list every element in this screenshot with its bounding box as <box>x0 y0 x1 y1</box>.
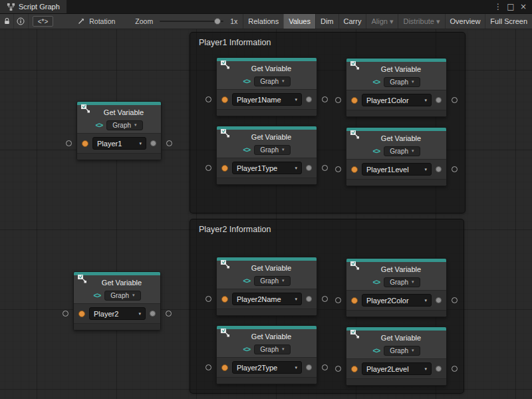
value-input-port[interactable] <box>221 96 228 103</box>
value-output-dot[interactable] <box>306 296 312 302</box>
input-connection-port[interactable] <box>205 296 211 302</box>
graph-dropdown[interactable]: Graph <box>384 346 420 356</box>
input-connection-port[interactable] <box>335 166 341 172</box>
output-connection-port[interactable] <box>322 364 328 370</box>
get-variable-node[interactable]: Get Variable <> Graph Player1Name <box>216 57 317 116</box>
input-connection-port[interactable] <box>205 364 211 370</box>
variable-dropdown[interactable]: Player1Name <box>232 93 302 106</box>
value-input-port[interactable] <box>351 297 358 304</box>
code-toggle-button[interactable]: <*> <box>33 16 54 27</box>
input-connection-port[interactable] <box>66 140 72 146</box>
distribute-dropdown-button[interactable]: Distribute ▾ <box>398 14 444 29</box>
value-input-port[interactable] <box>351 166 358 173</box>
get-variable-node[interactable]: Get Variable <> Graph Player2Level <box>346 327 447 386</box>
value-output-dot[interactable] <box>436 97 442 103</box>
output-connection-port[interactable] <box>452 297 458 303</box>
overview-button[interactable]: Overview <box>445 14 485 29</box>
close-icon[interactable]: × <box>517 1 529 13</box>
variable-dropdown[interactable]: Player1Color <box>362 94 432 106</box>
value-output-dot[interactable] <box>436 166 442 172</box>
node-port-row: Player1Type <box>217 158 317 178</box>
window-menu-icon[interactable]: ⋮ <box>492 1 504 13</box>
value-input-port[interactable] <box>221 165 228 172</box>
output-connection-port[interactable] <box>322 165 328 171</box>
input-connection-port[interactable] <box>205 165 211 171</box>
output-connection-port[interactable] <box>452 366 458 372</box>
align-dropdown-button[interactable]: Align ▾ <box>366 14 398 29</box>
output-connection-port[interactable] <box>166 140 172 146</box>
group-title[interactable]: Player2 Information <box>190 219 464 239</box>
value-output-dot[interactable] <box>150 311 156 317</box>
value-output-dot[interactable] <box>306 364 312 370</box>
graph-dropdown[interactable]: Graph <box>384 277 420 287</box>
graph-canvas[interactable]: Player1 Information Player2 Information … <box>0 29 532 399</box>
output-connection-port[interactable] <box>452 97 458 103</box>
full-screen-button[interactable]: Full Screen <box>485 14 532 29</box>
variable-dropdown[interactable]: Player1Type <box>232 162 302 174</box>
get-variable-node[interactable]: Get Variable <> Graph Player2Color <box>346 258 447 317</box>
input-connection-port[interactable] <box>335 97 341 103</box>
variable-icon <box>219 327 230 338</box>
get-variable-node[interactable]: Get Variable <> Graph Player1Color <box>346 58 447 117</box>
input-connection-port[interactable] <box>335 297 341 303</box>
value-output-dot[interactable] <box>436 366 442 372</box>
value-output-dot[interactable] <box>306 165 312 171</box>
dim-button[interactable]: Dim <box>315 14 338 29</box>
input-connection-port[interactable] <box>205 96 211 102</box>
variable-dropdown[interactable]: Player2Color <box>362 294 432 307</box>
graph-dropdown[interactable]: Graph <box>254 344 290 354</box>
get-variable-node[interactable]: Get Variable <> Graph Player1 <box>76 101 162 160</box>
value-output-dot[interactable] <box>306 96 312 102</box>
graph-dropdown[interactable]: Graph <box>254 276 290 286</box>
graph-dropdown[interactable]: Graph <box>104 291 140 301</box>
get-variable-node[interactable]: Get Variable <> Graph Player1Type <box>216 126 317 185</box>
graph-dropdown[interactable]: Graph <box>254 145 290 155</box>
output-connection-port[interactable] <box>452 166 458 172</box>
get-variable-node[interactable]: Get Variable <> Graph Player2 <box>73 271 161 331</box>
variable-dropdown[interactable]: Player2 <box>89 307 146 320</box>
value-input-port[interactable] <box>221 296 228 303</box>
lock-icon <box>3 17 11 25</box>
code-brackets-icon: <> <box>95 121 102 129</box>
info-button[interactable] <box>14 14 28 29</box>
node-title: Get Variable <box>381 134 421 142</box>
value-input-port[interactable] <box>221 364 228 371</box>
graph-dropdown[interactable]: Graph <box>384 77 420 87</box>
input-connection-port[interactable] <box>335 366 341 372</box>
node-port-row: Player2 <box>74 303 160 323</box>
graph-dropdown[interactable]: Graph <box>384 146 420 156</box>
get-variable-node[interactable]: Get Variable <> Graph Player1Level <box>346 127 447 186</box>
output-connection-port[interactable] <box>322 296 328 302</box>
variable-dropdown[interactable]: Player1 <box>92 137 146 150</box>
get-variable-node[interactable]: Get Variable <> Graph Player2Type <box>216 325 317 384</box>
zoom-slider[interactable] <box>160 21 223 22</box>
lock-button[interactable] <box>0 14 14 29</box>
variable-dropdown[interactable]: Player2Level <box>362 362 432 375</box>
variable-dropdown[interactable]: Player2Name <box>232 293 302 305</box>
relations-button[interactable]: Relations <box>243 14 283 29</box>
variable-dropdown[interactable]: Player1Level <box>362 163 432 176</box>
value-output-dot[interactable] <box>436 297 442 303</box>
output-connection-port[interactable] <box>166 311 172 317</box>
get-variable-node[interactable]: Get Variable <> Graph Player2Name <box>216 257 317 316</box>
value-input-port[interactable] <box>351 366 358 372</box>
value-input-port[interactable] <box>351 97 358 104</box>
variable-dropdown[interactable]: Player2Type <box>232 361 302 374</box>
value-output-dot[interactable] <box>150 140 156 146</box>
value-input-port[interactable] <box>82 140 88 147</box>
output-connection-port[interactable] <box>322 96 328 102</box>
zoom-slider-thumb[interactable] <box>214 18 221 25</box>
input-connection-port[interactable] <box>63 311 68 317</box>
maximize-icon[interactable]: □ <box>505 1 517 13</box>
group-title[interactable]: Player1 Information <box>190 33 465 53</box>
carry-button[interactable]: Carry <box>338 14 366 29</box>
node-header: Get Variable <box>217 130 317 144</box>
graph-dropdown[interactable]: Graph <box>106 120 142 130</box>
rotation-control[interactable]: Rotation <box>72 14 120 29</box>
value-input-port[interactable] <box>78 311 85 317</box>
zoom-label: Zoom <box>135 17 153 25</box>
graph-dropdown[interactable]: Graph <box>254 76 290 86</box>
tab-script-graph[interactable]: Script Graph <box>0 0 66 13</box>
values-button[interactable]: Values <box>283 14 315 29</box>
graph-dropdown-label: Graph <box>112 122 131 129</box>
